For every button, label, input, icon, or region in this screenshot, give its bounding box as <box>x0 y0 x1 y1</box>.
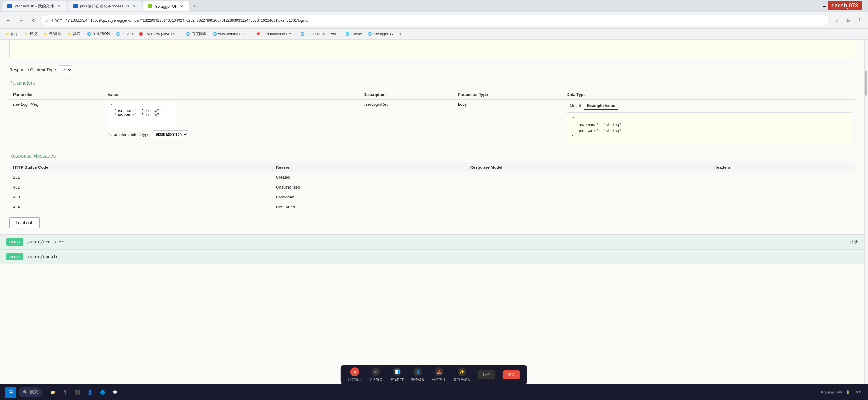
rec-ppt[interactable]: 📊 演示PPT <box>390 367 404 382</box>
page-content: Response Content Type /* Parameters Para… <box>0 40 868 385</box>
param-name: userLoginReq <box>13 102 38 107</box>
end-button[interactable]: 结束 <box>503 370 520 379</box>
bookmark-json[interactable]: 🌐 在线JSON <box>84 30 112 38</box>
taskbar-explorer-icon[interactable]: 📁 <box>47 387 58 398</box>
try-it-out-button[interactable]: Try it out! <box>9 217 40 228</box>
nav-actions: ☆ ⚙ ⋮ <box>832 15 864 26</box>
top-textarea[interactable] <box>9 40 855 58</box>
headers-201 <box>711 172 855 182</box>
post-update-section: POST /user/update <box>0 249 864 264</box>
bookmark-label: maven <box>121 32 132 36</box>
web-icon: 🌐 <box>368 32 372 36</box>
col-http-status: HTTP Status Code <box>9 163 272 172</box>
param-type-value: body <box>458 102 467 107</box>
response-content-type-select[interactable]: /* <box>59 65 72 74</box>
rec-invite[interactable]: 👤 邀请成员 <box>411 367 425 382</box>
taskbar-chat-icon[interactable]: 💬 <box>109 387 120 398</box>
rec-switch-window[interactable]: ✂ 切换窗口 <box>369 367 383 382</box>
rec-invite-label: 邀请成员 <box>411 377 425 382</box>
response-row-201: 201 Created <box>9 172 855 182</box>
model-tab-model[interactable]: Model <box>566 102 584 110</box>
bookmark-cloud[interactable]: 📁 云/虚拟 <box>41 30 64 38</box>
parameters-section: Parameters Parameter Value Description P… <box>9 80 855 147</box>
search-label: 搜索 <box>30 390 38 395</box>
taskbar-pinned-icons: 📁 📍 ⬛ 👤 🌐 💬 🛍 <box>47 387 133 398</box>
bookmark-label: 参考 <box>10 31 18 37</box>
tab-close-swagger[interactable]: ✕ <box>179 3 184 9</box>
bookmark-intro[interactable]: 📌 Introduction to Re... <box>253 31 297 37</box>
tab-close-java[interactable]: ✕ <box>131 3 137 9</box>
web-icon: 🌐 <box>213 32 217 36</box>
address-bar[interactable]: ⚠ 不安全 47.108.153.47:18089/qzcsbj/swagger… <box>41 15 830 26</box>
tab-java[interactable]: java接口自动化-ProcessOn ✕ <box>68 1 142 11</box>
param-content-type-row: Parameter content type: application/json <box>108 130 356 138</box>
reason-403: Forbidden <box>272 192 467 202</box>
rec-ppt-label: 演示PPT <box>390 377 404 382</box>
scrollbar[interactable] <box>864 40 868 385</box>
bookmark-swagger47[interactable]: 🌐 Swagger-47 <box>365 31 396 37</box>
web-icon: 🌐 <box>87 32 91 36</box>
battery-icon: 🔋 <box>846 390 850 394</box>
new-tab-button[interactable]: + <box>190 2 199 10</box>
recording-bar: ⏺ 结束演示 ✂ 切换窗口 📊 演示PPT 👤 邀请成员 📤 分享直播 ✨ 美颜… <box>341 365 527 385</box>
col-headers: Headers <box>711 163 855 172</box>
tab-label-java: java接口自动化-ProcessOn <box>80 3 129 9</box>
response-row-404: 404 Not Found <box>9 202 855 212</box>
web-icon: 🌐 <box>186 32 190 36</box>
folder-icon: 📁 <box>5 32 9 36</box>
rec-end-demo[interactable]: ⏺ 结束演示 <box>348 367 362 382</box>
headers-403 <box>711 192 855 202</box>
taskbar-terminal-icon[interactable]: ⬛ <box>72 387 83 398</box>
rec-share[interactable]: 📤 分享直播 <box>432 367 446 382</box>
rec-switch-label: 切换窗口 <box>369 377 383 382</box>
model-username-line: "username": "string", <box>572 123 623 127</box>
tab-close-processon[interactable]: ✕ <box>57 3 62 9</box>
response-messages-heading: Response Messages <box>9 153 855 159</box>
bookmark-label: 其它 <box>73 31 81 37</box>
taskbar-maps-icon[interactable]: 📍 <box>60 387 71 398</box>
bookmarks-button[interactable]: ☆ <box>832 15 842 26</box>
bookmark-label: 在线JSON <box>92 31 110 37</box>
post-path-register: /user/register <box>27 239 64 244</box>
scrollbar-thumb[interactable] <box>865 71 867 96</box>
headers-404 <box>711 202 855 212</box>
tab-processon[interactable]: ProcessOn - 我的文件 ✕ <box>2 1 67 11</box>
taskbar-store-icon[interactable]: 🛍 <box>122 387 133 398</box>
menu-button[interactable]: ⋮ <box>854 15 864 26</box>
rec-beauty[interactable]: ✨ 美颜与镜头 <box>453 367 470 382</box>
extensions-button[interactable]: ⚙ <box>843 15 853 26</box>
param-content-type-select[interactable]: application/json <box>153 130 188 138</box>
bookmark-contrib[interactable]: 🌐 www.contrib.andr... <box>210 31 252 37</box>
taskbar-search[interactable]: 🔍 搜索 <box>19 387 42 397</box>
systray: 网络良好 96% 🔋 <box>820 390 850 395</box>
tab-label-processon: ProcessOn - 我的文件 <box>14 3 54 9</box>
start-button[interactable]: ⊞ <box>5 387 16 398</box>
web-icon: 🌐 <box>116 32 120 36</box>
taskbar-user-icon[interactable]: 👤 <box>85 387 96 398</box>
model-tab-example[interactable]: Example Value <box>584 102 618 110</box>
model-404 <box>467 202 711 212</box>
headers-401 <box>711 182 855 192</box>
status-401: 401 <box>9 182 272 192</box>
param-value-textarea[interactable]: { "username": "<span class="highlight-ye… <box>108 102 176 127</box>
title-bar: ProcessOn - 我的文件 ✕ java接口自动化-ProcessOn ✕… <box>0 0 868 12</box>
bookmark-env[interactable]: 📁 环境 <box>22 30 40 38</box>
pause-button[interactable]: 暂停 <box>478 370 495 379</box>
bookmark-cankaо[interactable]: 📁 参考 <box>2 30 21 38</box>
system-clock: 15:01 <box>854 390 863 394</box>
refresh-button[interactable]: ↻ <box>29 15 38 26</box>
forward-button[interactable]: → <box>16 15 26 26</box>
param-description: userLoginReq <box>364 102 389 107</box>
bookmark-other[interactable]: 📁 其它 <box>65 30 83 38</box>
bookmark-maven[interactable]: 🌐 maven <box>113 31 135 37</box>
bookmark-datastructure[interactable]: 🌐 Data Structure Vis... <box>298 31 341 37</box>
bookmark-overview[interactable]: 🔴 Overview (Java Pla... <box>136 31 182 37</box>
bookmark-baidu[interactable]: 🌐 百度翻译 <box>183 30 209 38</box>
tab-swagger[interactable]: Swagger UI ✕ <box>143 1 189 11</box>
bookmarks-more-button[interactable]: » <box>397 31 403 37</box>
taskbar-browser-icon[interactable]: 🌐 <box>97 387 108 398</box>
ppt-icon: 📊 <box>393 367 401 376</box>
param-content-type-label: Parameter content type: <box>108 132 151 137</box>
bookmark-elastic[interactable]: 🌐 Elastic <box>343 31 364 37</box>
back-button[interactable]: ← <box>4 15 14 26</box>
